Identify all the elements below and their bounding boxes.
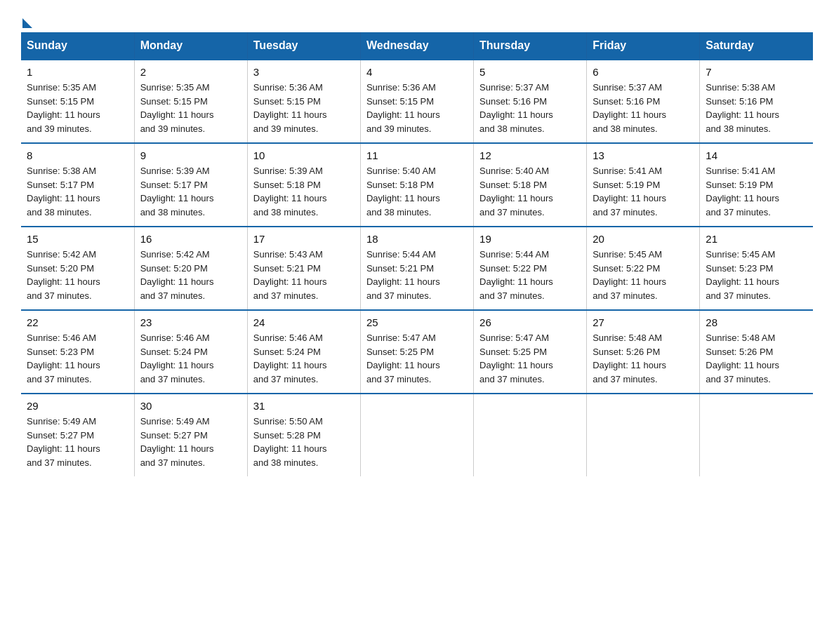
- day-info: Sunrise: 5:40 AM Sunset: 5:18 PM Dayligh…: [366, 164, 468, 219]
- weekday-header-sunday: Sunday: [21, 32, 134, 60]
- day-number: 26: [479, 316, 581, 328]
- day-number: 20: [593, 233, 694, 245]
- day-info: Sunrise: 5:37 AM Sunset: 5:16 PM Dayligh…: [479, 81, 581, 135]
- calendar-cell: 6 Sunrise: 5:37 AM Sunset: 5:16 PM Dayli…: [587, 60, 700, 143]
- day-number: 13: [593, 149, 694, 161]
- day-info: Sunrise: 5:45 AM Sunset: 5:22 PM Dayligh…: [593, 248, 694, 302]
- calendar-week-row: 15 Sunrise: 5:42 AM Sunset: 5:20 PM Dayl…: [21, 227, 813, 310]
- calendar-cell: [474, 394, 587, 476]
- day-number: 21: [706, 233, 807, 245]
- day-info: Sunrise: 5:38 AM Sunset: 5:16 PM Dayligh…: [706, 81, 807, 135]
- day-number: 29: [27, 400, 128, 412]
- day-number: 6: [593, 66, 694, 78]
- day-number: 17: [253, 233, 355, 245]
- day-number: 9: [140, 149, 241, 161]
- calendar-week-row: 1 Sunrise: 5:35 AM Sunset: 5:15 PM Dayli…: [21, 60, 813, 143]
- day-info: Sunrise: 5:40 AM Sunset: 5:18 PM Dayligh…: [479, 164, 581, 219]
- day-info: Sunrise: 5:49 AM Sunset: 5:27 PM Dayligh…: [140, 415, 241, 469]
- day-number: 28: [706, 316, 807, 328]
- logo: [21, 14, 32, 25]
- weekday-header-row: SundayMondayTuesdayWednesdayThursdayFrid…: [21, 32, 813, 60]
- calendar-cell: 30 Sunrise: 5:49 AM Sunset: 5:27 PM Dayl…: [134, 394, 247, 476]
- day-info: Sunrise: 5:39 AM Sunset: 5:18 PM Dayligh…: [253, 164, 355, 219]
- calendar-week-row: 22 Sunrise: 5:46 AM Sunset: 5:23 PM Dayl…: [21, 310, 813, 394]
- day-info: Sunrise: 5:35 AM Sunset: 5:15 PM Dayligh…: [140, 81, 241, 135]
- calendar-cell: 19 Sunrise: 5:44 AM Sunset: 5:22 PM Dayl…: [474, 227, 587, 310]
- day-info: Sunrise: 5:41 AM Sunset: 5:19 PM Dayligh…: [593, 164, 694, 219]
- calendar-cell: 29 Sunrise: 5:49 AM Sunset: 5:27 PM Dayl…: [21, 394, 134, 476]
- calendar-cell: 17 Sunrise: 5:43 AM Sunset: 5:21 PM Dayl…: [247, 227, 360, 310]
- day-info: Sunrise: 5:50 AM Sunset: 5:28 PM Dayligh…: [253, 415, 355, 469]
- day-info: Sunrise: 5:36 AM Sunset: 5:15 PM Dayligh…: [253, 81, 355, 135]
- weekday-header-thursday: Thursday: [474, 32, 587, 60]
- day-info: Sunrise: 5:49 AM Sunset: 5:27 PM Dayligh…: [27, 415, 128, 469]
- calendar-cell: 14 Sunrise: 5:41 AM Sunset: 5:19 PM Dayl…: [700, 143, 813, 227]
- day-info: Sunrise: 5:47 AM Sunset: 5:25 PM Dayligh…: [479, 331, 581, 386]
- day-info: Sunrise: 5:47 AM Sunset: 5:25 PM Dayligh…: [366, 331, 468, 386]
- day-info: Sunrise: 5:44 AM Sunset: 5:22 PM Dayligh…: [479, 248, 581, 302]
- page-header: [21, 14, 813, 25]
- calendar-cell: 20 Sunrise: 5:45 AM Sunset: 5:22 PM Dayl…: [587, 227, 700, 310]
- calendar-cell: 2 Sunrise: 5:35 AM Sunset: 5:15 PM Dayli…: [134, 60, 247, 143]
- calendar-cell: 4 Sunrise: 5:36 AM Sunset: 5:15 PM Dayli…: [360, 60, 473, 143]
- day-number: 15: [27, 233, 128, 245]
- calendar-table: SundayMondayTuesdayWednesdayThursdayFrid…: [21, 32, 813, 476]
- calendar-cell: 25 Sunrise: 5:47 AM Sunset: 5:25 PM Dayl…: [360, 310, 473, 394]
- day-number: 22: [27, 316, 128, 328]
- day-number: 2: [140, 66, 241, 78]
- day-info: Sunrise: 5:44 AM Sunset: 5:21 PM Dayligh…: [366, 248, 468, 302]
- calendar-cell: 11 Sunrise: 5:40 AM Sunset: 5:18 PM Dayl…: [360, 143, 473, 227]
- day-info: Sunrise: 5:42 AM Sunset: 5:20 PM Dayligh…: [140, 248, 241, 302]
- calendar-cell: [587, 394, 700, 476]
- day-number: 16: [140, 233, 241, 245]
- day-number: 4: [366, 66, 468, 78]
- weekday-header-friday: Friday: [587, 32, 700, 60]
- calendar-cell: 31 Sunrise: 5:50 AM Sunset: 5:28 PM Dayl…: [247, 394, 360, 476]
- calendar-cell: 7 Sunrise: 5:38 AM Sunset: 5:16 PM Dayli…: [700, 60, 813, 143]
- day-info: Sunrise: 5:46 AM Sunset: 5:24 PM Dayligh…: [140, 331, 241, 386]
- day-info: Sunrise: 5:37 AM Sunset: 5:16 PM Dayligh…: [593, 81, 694, 135]
- day-number: 31: [253, 400, 355, 412]
- calendar-week-row: 29 Sunrise: 5:49 AM Sunset: 5:27 PM Dayl…: [21, 394, 813, 476]
- calendar-cell: 8 Sunrise: 5:38 AM Sunset: 5:17 PM Dayli…: [21, 143, 134, 227]
- weekday-header-wednesday: Wednesday: [360, 32, 473, 60]
- calendar-cell: 3 Sunrise: 5:36 AM Sunset: 5:15 PM Dayli…: [247, 60, 360, 143]
- calendar-cell: 26 Sunrise: 5:47 AM Sunset: 5:25 PM Dayl…: [474, 310, 587, 394]
- calendar-cell: [700, 394, 813, 476]
- day-info: Sunrise: 5:45 AM Sunset: 5:23 PM Dayligh…: [706, 248, 807, 302]
- day-number: 18: [366, 233, 468, 245]
- day-info: Sunrise: 5:41 AM Sunset: 5:19 PM Dayligh…: [706, 164, 807, 219]
- calendar-cell: 18 Sunrise: 5:44 AM Sunset: 5:21 PM Dayl…: [360, 227, 473, 310]
- calendar-cell: 28 Sunrise: 5:48 AM Sunset: 5:26 PM Dayl…: [700, 310, 813, 394]
- day-info: Sunrise: 5:39 AM Sunset: 5:17 PM Dayligh…: [140, 164, 241, 219]
- day-info: Sunrise: 5:38 AM Sunset: 5:17 PM Dayligh…: [27, 164, 128, 219]
- calendar-cell: 27 Sunrise: 5:48 AM Sunset: 5:26 PM Dayl…: [587, 310, 700, 394]
- day-info: Sunrise: 5:43 AM Sunset: 5:21 PM Dayligh…: [253, 248, 355, 302]
- day-number: 1: [27, 66, 128, 78]
- day-number: 24: [253, 316, 355, 328]
- day-number: 14: [706, 149, 807, 161]
- day-number: 30: [140, 400, 241, 412]
- calendar-cell: 24 Sunrise: 5:46 AM Sunset: 5:24 PM Dayl…: [247, 310, 360, 394]
- day-number: 3: [253, 66, 355, 78]
- calendar-cell: 21 Sunrise: 5:45 AM Sunset: 5:23 PM Dayl…: [700, 227, 813, 310]
- calendar-cell: 10 Sunrise: 5:39 AM Sunset: 5:18 PM Dayl…: [247, 143, 360, 227]
- weekday-header-tuesday: Tuesday: [247, 32, 360, 60]
- day-info: Sunrise: 5:46 AM Sunset: 5:24 PM Dayligh…: [253, 331, 355, 386]
- calendar-cell: 15 Sunrise: 5:42 AM Sunset: 5:20 PM Dayl…: [21, 227, 134, 310]
- day-info: Sunrise: 5:35 AM Sunset: 5:15 PM Dayligh…: [27, 81, 128, 135]
- calendar-week-row: 8 Sunrise: 5:38 AM Sunset: 5:17 PM Dayli…: [21, 143, 813, 227]
- day-info: Sunrise: 5:46 AM Sunset: 5:23 PM Dayligh…: [27, 331, 128, 386]
- day-info: Sunrise: 5:36 AM Sunset: 5:15 PM Dayligh…: [366, 81, 468, 135]
- calendar-cell: 23 Sunrise: 5:46 AM Sunset: 5:24 PM Dayl…: [134, 310, 247, 394]
- calendar-cell: 1 Sunrise: 5:35 AM Sunset: 5:15 PM Dayli…: [21, 60, 134, 143]
- calendar-cell: 13 Sunrise: 5:41 AM Sunset: 5:19 PM Dayl…: [587, 143, 700, 227]
- calendar-cell: 12 Sunrise: 5:40 AM Sunset: 5:18 PM Dayl…: [474, 143, 587, 227]
- day-number: 11: [366, 149, 468, 161]
- calendar-cell: 16 Sunrise: 5:42 AM Sunset: 5:20 PM Dayl…: [134, 227, 247, 310]
- day-number: 5: [479, 66, 581, 78]
- day-number: 27: [593, 316, 694, 328]
- day-info: Sunrise: 5:48 AM Sunset: 5:26 PM Dayligh…: [593, 331, 694, 386]
- day-number: 25: [366, 316, 468, 328]
- day-number: 8: [27, 149, 128, 161]
